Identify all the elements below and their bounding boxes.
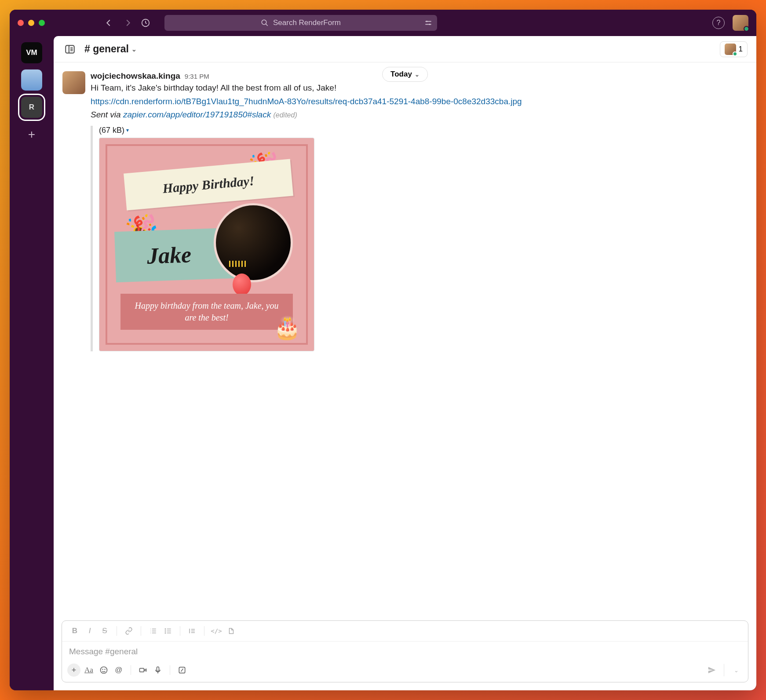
card-inner: 🎉 Happy Birthday! 🎉 Jake <box>106 144 308 345</box>
channel-header: # general ⌄ 1 <box>54 36 756 62</box>
presence-indicator <box>744 26 749 32</box>
edited-label: (edited) <box>273 111 297 119</box>
svg-point-7 <box>102 669 103 670</box>
format-toolbar: B I S <box>62 621 748 642</box>
svg-rect-10 <box>157 667 159 671</box>
composer-input[interactable]: Message #general <box>62 642 748 661</box>
channel-name-button[interactable]: # general ⌄ <box>84 43 137 55</box>
svg-point-4 <box>165 631 166 631</box>
svg-point-8 <box>105 669 105 670</box>
sent-via-prefix: Sent via <box>91 110 123 119</box>
code-button[interactable]: </> <box>210 624 223 638</box>
strikethrough-button[interactable]: S <box>98 624 111 638</box>
cake-icon: 🎂 <box>274 315 301 340</box>
attachment: (67 kB) ▾ 🎉 Happy Birthday! 🎉 Jake <box>91 126 748 351</box>
composer: B I S <box>62 620 748 682</box>
ordered-list-button[interactable] <box>146 624 160 638</box>
formatting-toggle-button[interactable]: Aa <box>82 664 95 677</box>
member-count: 1 <box>739 45 743 54</box>
add-workspace-button[interactable]: + <box>21 124 42 145</box>
svg-point-6 <box>101 667 107 674</box>
svg-point-1 <box>262 20 266 25</box>
nav-back-icon[interactable] <box>104 18 113 28</box>
history-icon[interactable] <box>141 18 150 28</box>
sent-via-link[interactable]: zapier.com/app/editor/197191850#slack <box>123 110 271 119</box>
message-avatar[interactable] <box>62 71 85 94</box>
search-placeholder: Search RenderForm <box>273 18 341 27</box>
date-text: Today <box>390 70 412 79</box>
help-icon[interactable]: ? <box>712 17 725 29</box>
message-author[interactable]: wojciechowskaa.kinga <box>91 71 180 81</box>
minimize-window[interactable] <box>28 20 34 26</box>
member-avatar <box>725 44 736 55</box>
main-content: # general ⌄ 1 Today ⌄ wojciec <box>54 36 756 690</box>
message: wojciechowskaa.kinga 9:31 PM Hi Team, it… <box>62 69 748 351</box>
send-button[interactable] <box>705 664 719 677</box>
titlebar: Search RenderForm ? <box>10 10 756 36</box>
emoji-button[interactable] <box>97 664 110 677</box>
workspace-r-active[interactable]: R <box>21 97 42 118</box>
attachment-image[interactable]: 🎉 Happy Birthday! 🎉 Jake <box>99 138 314 351</box>
chevron-down-icon: ⌄ <box>131 46 137 53</box>
attachment-size-text: (67 kB) <box>99 126 124 135</box>
svg-rect-2 <box>66 45 74 53</box>
workspace-vm[interactable]: VM <box>21 42 42 63</box>
message-text: Hi Team, it's Jake's birthday today! All… <box>91 82 748 95</box>
close-window[interactable] <box>18 20 24 26</box>
svg-point-5 <box>165 633 166 634</box>
user-avatar[interactable] <box>733 15 748 31</box>
app-window: Search RenderForm ? VM R + <box>10 10 756 690</box>
audio-button[interactable] <box>151 664 164 677</box>
message-link[interactable]: https://cdn.renderform.io/tB7Bg1Vlau1tg_… <box>91 97 522 106</box>
attach-button[interactable]: + <box>67 664 80 677</box>
card-title: Happy Birthday! <box>124 159 293 210</box>
nav-forward-icon[interactable] <box>123 18 133 28</box>
send-options-button[interactable]: ⌄ <box>730 664 743 677</box>
composer-placeholder: Message #general <box>69 647 138 656</box>
messages-area: Today ⌄ wojciechowskaa.kinga 9:31 PM Hi … <box>54 62 756 617</box>
workspace-image[interactable] <box>21 69 42 91</box>
caret-down-icon: ▾ <box>126 127 129 133</box>
svg-point-3 <box>165 629 166 630</box>
mention-button[interactable]: @ <box>112 664 125 677</box>
card-footer: Happy birthday from the team, Jake, you … <box>120 294 293 330</box>
date-divider[interactable]: Today ⌄ <box>382 67 428 82</box>
video-button[interactable] <box>136 664 150 677</box>
traffic-lights <box>18 20 45 26</box>
workspace-rail: VM R + <box>10 36 54 690</box>
italic-button[interactable]: I <box>83 624 96 638</box>
chevron-down-icon: ⌄ <box>415 71 419 78</box>
link-button[interactable] <box>122 624 135 638</box>
sidebar-toggle-icon[interactable] <box>62 42 77 57</box>
search-icon <box>261 19 269 27</box>
filter-icon[interactable] <box>424 18 433 27</box>
maximize-window[interactable] <box>39 20 45 26</box>
codeblock-button[interactable] <box>225 624 238 638</box>
balloon-icon <box>233 273 251 295</box>
shortcuts-button[interactable] <box>175 664 189 677</box>
bullet-list-button[interactable] <box>161 624 175 638</box>
channel-name-text: # general <box>84 43 129 55</box>
search-input[interactable]: Search RenderForm <box>164 15 437 31</box>
members-button[interactable]: 1 <box>720 41 748 57</box>
card-photo <box>214 203 293 282</box>
composer-actions: + Aa @ <box>62 661 748 682</box>
blockquote-button[interactable] <box>186 624 199 638</box>
bold-button[interactable]: B <box>68 624 81 638</box>
attachment-size-toggle[interactable]: (67 kB) ▾ <box>99 126 748 135</box>
message-timestamp: 9:31 PM <box>185 73 209 80</box>
